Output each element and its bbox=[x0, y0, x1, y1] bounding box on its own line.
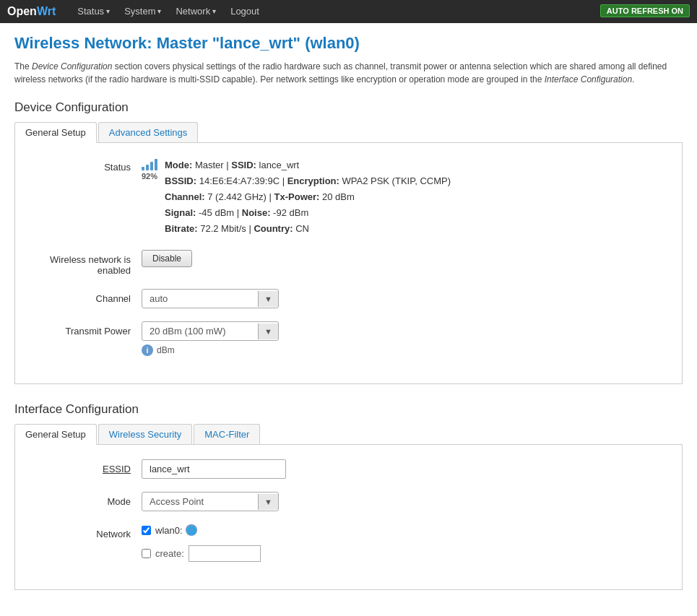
signal-bar-3 bbox=[150, 162, 153, 170]
status-line-4: Signal: -45 dBm | Noise: -92 dBm bbox=[165, 205, 451, 221]
transmit-power-control: 20 dBm (100 mW) ▼ i dBm bbox=[142, 321, 279, 356]
nav-logout[interactable]: Logout bbox=[223, 0, 267, 23]
transmit-power-row: Transmit Power 20 dBm (100 mW) ▼ i dBm bbox=[26, 321, 671, 356]
status-line-1: Mode: Master | SSID: lance_wrt bbox=[165, 157, 451, 173]
mode-control: Access Point ▼ bbox=[142, 492, 279, 511]
mode-select-value: Access Point bbox=[142, 493, 258, 511]
essid-label: ESSID bbox=[26, 459, 142, 474]
page-title: Wireless Network: Master "lance_wrt" (wl… bbox=[14, 34, 683, 53]
channel-label: Channel bbox=[26, 289, 142, 304]
disable-button[interactable]: Disable bbox=[142, 250, 192, 267]
brand-logo[interactable]: OpenWrt bbox=[7, 5, 56, 18]
status-control: 92% Mode: Master | SSID: lance_wrt BSSID… bbox=[142, 157, 451, 237]
mode-label: Mode bbox=[26, 492, 142, 507]
main-content: Wireless Network: Master "lance_wrt" (wl… bbox=[0, 23, 697, 601]
status-info: Mode: Master | SSID: lance_wrt BSSID: 14… bbox=[165, 157, 451, 237]
nav-status-arrow: ▾ bbox=[106, 0, 110, 23]
nav-network[interactable]: Network ▾ bbox=[168, 0, 223, 23]
mode-select-arrow[interactable]: ▼ bbox=[258, 494, 278, 510]
create-label: create: bbox=[155, 548, 184, 559]
wlan0-label: wlan0: bbox=[155, 525, 183, 536]
nav-system-arrow: ▾ bbox=[157, 0, 161, 23]
channel-row: Channel auto ▼ bbox=[26, 289, 671, 308]
signal-percent: 92% bbox=[142, 172, 157, 181]
signal-bar-4 bbox=[155, 159, 157, 170]
network-wlan0-checkbox[interactable] bbox=[142, 526, 151, 535]
page-description: The Device Configuration section covers … bbox=[14, 60, 683, 86]
dbm-info-icon[interactable]: i bbox=[142, 344, 153, 356]
channel-select[interactable]: auto ▼ bbox=[142, 289, 279, 308]
tab-device-advanced-settings[interactable]: Advanced Settings bbox=[98, 122, 198, 142]
wlan0-badge: wlan0: 🌐 bbox=[155, 524, 197, 536]
essid-input[interactable] bbox=[142, 459, 286, 479]
mode-select[interactable]: Access Point ▼ bbox=[142, 492, 279, 511]
wireless-enabled-control: Disable bbox=[142, 250, 192, 267]
wireless-enabled-row: Wireless network is enabled Disable bbox=[26, 250, 671, 276]
signal-bars bbox=[142, 157, 157, 170]
network-checkbox-row: wlan0: 🌐 bbox=[142, 524, 261, 536]
interface-config-title: Interface Configuration bbox=[14, 402, 683, 417]
status-row: Status 92% Mode: Master | bbox=[26, 157, 671, 237]
tab-wireless-security[interactable]: Wireless Security bbox=[98, 424, 192, 444]
create-checkbox[interactable] bbox=[142, 549, 151, 558]
channel-select-value: auto bbox=[142, 290, 258, 308]
dbm-label: dBm bbox=[157, 345, 175, 355]
interface-config-tabs: General Setup Wireless Security MAC-Filt… bbox=[14, 424, 683, 445]
create-input[interactable] bbox=[189, 545, 261, 562]
signal-bar-2 bbox=[146, 165, 149, 170]
device-config-title: Device Configuration bbox=[14, 100, 683, 115]
network-label: Network bbox=[26, 524, 142, 539]
essid-control bbox=[142, 459, 286, 479]
nav-status[interactable]: Status ▾ bbox=[70, 0, 117, 23]
wireless-enabled-label: Wireless network is enabled bbox=[26, 250, 142, 276]
mode-row: Mode Access Point ▼ bbox=[26, 492, 671, 511]
device-config-tab-content: Status 92% Mode: Master | bbox=[14, 143, 683, 384]
device-config-tabs: General Setup Advanced Settings bbox=[14, 122, 683, 143]
status-label: Status bbox=[26, 157, 142, 173]
channel-select-arrow[interactable]: ▼ bbox=[258, 291, 278, 307]
network-row: Network wlan0: 🌐 create: bbox=[26, 524, 671, 562]
status-line-3: Channel: 7 (2.442 GHz) | Tx-Power: 20 dB… bbox=[165, 189, 451, 205]
transmit-power-select-value: 20 dBm (100 mW) bbox=[142, 322, 258, 340]
transmit-power-select-arrow[interactable]: ▼ bbox=[258, 324, 278, 339]
navbar: OpenWrt Status ▾ System ▾ Network ▾ Logo… bbox=[0, 0, 697, 23]
wlan0-info-icon[interactable]: 🌐 bbox=[186, 524, 197, 536]
status-block: 92% Mode: Master | SSID: lance_wrt BSSID… bbox=[142, 157, 451, 237]
auto-refresh-badge: AUTO REFRESH ON bbox=[600, 4, 690, 17]
status-line-2: BSSID: 14:E6:E4:A7:39:9C | Encryption: W… bbox=[165, 173, 451, 189]
signal-icon: 92% bbox=[142, 157, 157, 181]
nav-network-arrow: ▾ bbox=[212, 0, 216, 23]
tab-mac-filter[interactable]: MAC-Filter bbox=[194, 424, 260, 444]
transmit-power-label: Transmit Power bbox=[26, 321, 142, 337]
create-row: create: bbox=[142, 545, 261, 562]
channel-control: auto ▼ bbox=[142, 289, 279, 308]
network-control: wlan0: 🌐 create: bbox=[142, 524, 261, 562]
transmit-power-select[interactable]: 20 dBm (100 mW) ▼ bbox=[142, 321, 279, 341]
essid-row: ESSID bbox=[26, 459, 671, 479]
tab-device-general-setup[interactable]: General Setup bbox=[14, 122, 97, 143]
tab-interface-general-setup[interactable]: General Setup bbox=[14, 424, 97, 445]
status-line-5: Bitrate: 72.2 Mbit/s | Country: CN bbox=[165, 221, 451, 237]
interface-config-tab-content: ESSID Mode Access Point ▼ Network bbox=[14, 445, 683, 590]
dbm-helper: i dBm bbox=[142, 344, 279, 356]
signal-bar-1 bbox=[142, 167, 144, 170]
nav-system[interactable]: System ▾ bbox=[117, 0, 168, 23]
